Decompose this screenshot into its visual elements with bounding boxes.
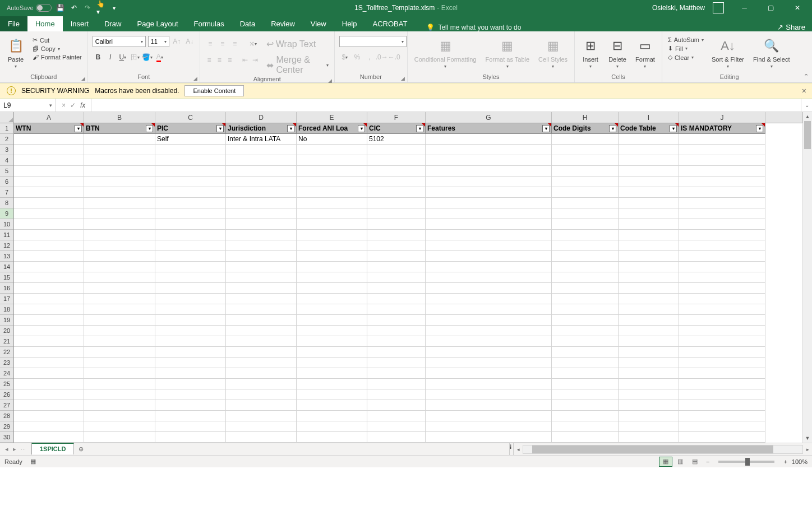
row-header-23[interactable]: 23: [0, 358, 13, 368]
clear-button[interactable]: ◇Clear ▾: [667, 53, 705, 62]
save-icon[interactable]: 💾: [56, 3, 65, 12]
cell-A9[interactable]: [14, 208, 84, 219]
cell-D29[interactable]: [226, 421, 297, 432]
cell-C7[interactable]: [155, 187, 226, 198]
accounting-format-icon[interactable]: $▾: [339, 52, 350, 63]
cell-I30[interactable]: [619, 432, 679, 443]
cell-H12[interactable]: [552, 240, 619, 251]
cell-H29[interactable]: [552, 421, 619, 432]
cell-H3[interactable]: [552, 145, 619, 155]
cell-A4[interactable]: [14, 155, 84, 166]
cell-G12[interactable]: [426, 240, 552, 251]
cell-H9[interactable]: [552, 208, 619, 219]
cell-E30[interactable]: [297, 432, 367, 443]
merge-center-button[interactable]: ⬌Merge & Center ▾: [265, 54, 329, 76]
cell-J11[interactable]: [679, 230, 765, 240]
cell-C20[interactable]: [155, 326, 226, 336]
cell-G25[interactable]: [426, 379, 552, 389]
cell-G18[interactable]: [426, 304, 552, 315]
bold-button[interactable]: B: [93, 52, 104, 63]
cell-G24[interactable]: [426, 368, 552, 379]
cell-I13[interactable]: [619, 251, 679, 262]
cell-B14[interactable]: [84, 262, 155, 272]
cell-I9[interactable]: [619, 208, 679, 219]
cell-G15[interactable]: [426, 272, 552, 283]
tab-draw[interactable]: Draw: [96, 16, 129, 31]
cell-H23[interactable]: [552, 358, 619, 368]
redo-icon[interactable]: ↷: [83, 3, 92, 12]
cell-A20[interactable]: [14, 326, 84, 336]
tell-me-search[interactable]: 💡 Tell me what you want to do: [426, 24, 521, 31]
cell-H6[interactable]: [552, 177, 619, 187]
cell-H7[interactable]: [552, 187, 619, 198]
cell-G9[interactable]: [426, 208, 552, 219]
cell-C23[interactable]: [155, 358, 226, 368]
macro-recording-icon[interactable]: ▦: [30, 458, 36, 465]
cell-J30[interactable]: [679, 432, 765, 443]
cell-I4[interactable]: [619, 155, 679, 166]
cell-D24[interactable]: [226, 368, 297, 379]
autosum-button[interactable]: ΣAutoSum ▾: [667, 36, 705, 44]
cell-G20[interactable]: [426, 326, 552, 336]
cell-C25[interactable]: [155, 379, 226, 389]
row-header-26[interactable]: 26: [0, 389, 13, 400]
cell-C28[interactable]: [155, 411, 226, 421]
touch-mode-icon[interactable]: 👆▾: [96, 3, 105, 12]
column-header-D[interactable]: D: [226, 112, 297, 123]
cell-C19[interactable]: [155, 315, 226, 326]
cell-J6[interactable]: [679, 177, 765, 187]
cell-H20[interactable]: [552, 326, 619, 336]
column-header-G[interactable]: G: [426, 112, 552, 123]
sheet-nav-menu-icon[interactable]: ⋯: [19, 447, 27, 452]
zoom-slider[interactable]: [718, 461, 774, 463]
delete-cells-button[interactable]: ⊟Delete▾: [606, 36, 629, 70]
row-header-1[interactable]: 1: [0, 123, 13, 134]
row-header-14[interactable]: 14: [0, 262, 13, 272]
row-header-9[interactable]: 9: [0, 208, 13, 219]
cell-E4[interactable]: [297, 155, 367, 166]
cell-A10[interactable]: [14, 219, 84, 230]
number-format-select[interactable]: ▾: [339, 36, 407, 47]
cell-C6[interactable]: [155, 177, 226, 187]
cell-B22[interactable]: [84, 347, 155, 358]
cell-E9[interactable]: [297, 208, 367, 219]
new-sheet-button[interactable]: ⊕: [74, 443, 87, 455]
cell-H13[interactable]: [552, 251, 619, 262]
cell-D6[interactable]: [226, 177, 297, 187]
cell-G23[interactable]: [426, 358, 552, 368]
cell-F20[interactable]: [367, 326, 426, 336]
cell-C22[interactable]: [155, 347, 226, 358]
cell-F3[interactable]: [367, 145, 426, 155]
cell-F14[interactable]: [367, 262, 426, 272]
cell-I16[interactable]: [619, 283, 679, 294]
font-size-select[interactable]: 11▾: [148, 36, 169, 47]
cell-D14[interactable]: [226, 262, 297, 272]
cell-C3[interactable]: [155, 145, 226, 155]
collapse-ribbon-icon[interactable]: ⌃: [804, 73, 809, 80]
cell-C5[interactable]: [155, 166, 226, 177]
increase-decimal-icon[interactable]: .0→: [376, 52, 387, 63]
cell-B26[interactable]: [84, 389, 155, 400]
cell-D28[interactable]: [226, 411, 297, 421]
cell-J17[interactable]: [679, 294, 765, 304]
cell-B10[interactable]: [84, 219, 155, 230]
expand-formula-bar-icon[interactable]: ⌄: [801, 99, 812, 112]
cell-J12[interactable]: [679, 240, 765, 251]
cell-A30[interactable]: [14, 432, 84, 443]
cell-C26[interactable]: [155, 389, 226, 400]
cell-H19[interactable]: [552, 315, 619, 326]
vertical-scrollbar[interactable]: ▲ ▼: [802, 112, 812, 443]
cell-D16[interactable]: [226, 283, 297, 294]
row-header-24[interactable]: 24: [0, 368, 13, 379]
cell-J28[interactable]: [679, 411, 765, 421]
cell-E28[interactable]: [297, 411, 367, 421]
cell-J7[interactable]: [679, 187, 765, 198]
cell-F26[interactable]: [367, 389, 426, 400]
cell-I7[interactable]: [619, 187, 679, 198]
cell-D10[interactable]: [226, 219, 297, 230]
cell-F8[interactable]: [367, 198, 426, 208]
cell-J19[interactable]: [679, 315, 765, 326]
tab-formulas[interactable]: Formulas: [186, 16, 232, 31]
cell-J24[interactable]: [679, 368, 765, 379]
cell-F22[interactable]: [367, 347, 426, 358]
